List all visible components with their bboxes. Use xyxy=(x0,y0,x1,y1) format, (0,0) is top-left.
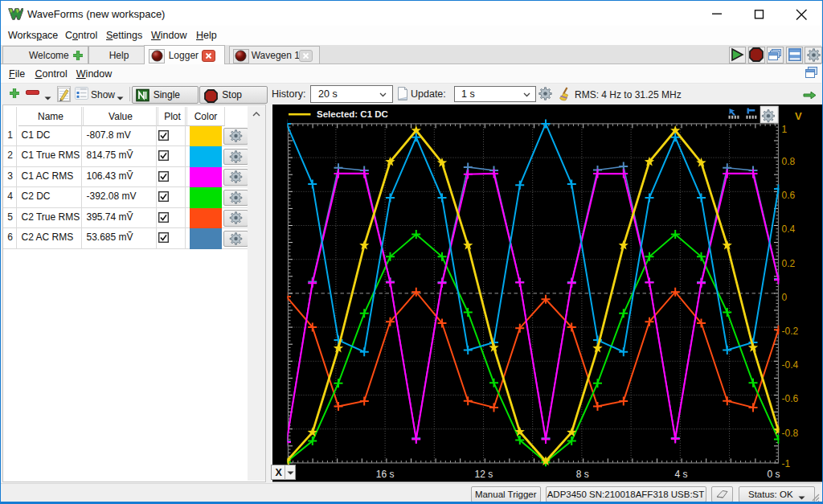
svg-text:-1: -1 xyxy=(782,457,791,469)
svg-text:0.4: 0.4 xyxy=(782,223,796,235)
svg-text:0.6: 0.6 xyxy=(782,190,796,201)
svg-text:V: V xyxy=(795,109,802,121)
svg-text:-0.4: -0.4 xyxy=(782,359,799,371)
svg-text:8 s: 8 s xyxy=(576,468,589,479)
svg-text:0.8: 0.8 xyxy=(782,156,796,167)
svg-text:4 s: 4 s xyxy=(674,468,687,479)
svg-text:16 s: 16 s xyxy=(376,468,395,479)
svg-text:1: 1 xyxy=(782,124,788,135)
svg-text:-0.8: -0.8 xyxy=(782,427,799,438)
svg-text:0 s: 0 s xyxy=(767,468,780,479)
svg-text:-0.2: -0.2 xyxy=(782,326,799,337)
svg-text:0: 0 xyxy=(782,291,788,302)
svg-text:0.2: 0.2 xyxy=(782,257,796,268)
svg-text:12 s: 12 s xyxy=(475,468,493,479)
svg-text:-0.6: -0.6 xyxy=(782,393,799,404)
svg-text:Selected: C1 DC: Selected: C1 DC xyxy=(317,109,388,119)
